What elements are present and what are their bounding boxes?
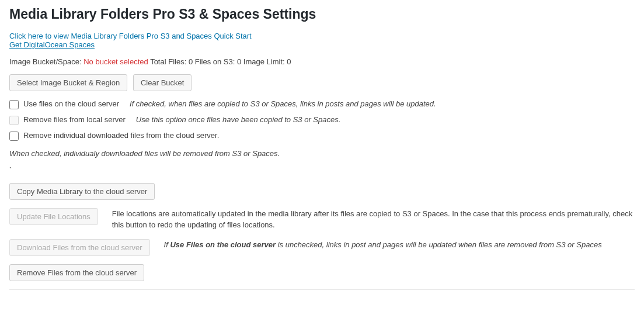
remove-local-row: Remove files from local server Use this … xyxy=(9,115,635,125)
bucket-buttons-row: Select Image Bucket & Region Clear Bucke… xyxy=(9,74,635,91)
bucket-label: Image Bucket/Space: xyxy=(9,57,83,66)
use-cloud-hint: If checked, when files are copied to S3 … xyxy=(130,99,436,108)
image-limit-value: 0 xyxy=(287,57,291,66)
total-files-label: Total Files: xyxy=(148,57,189,66)
copy-library-row: Copy Media Library to the cloud server xyxy=(9,183,635,200)
backtick-text: ` xyxy=(9,166,635,175)
download-files-row: Download Files from the cloud server If … xyxy=(9,239,635,256)
remove-local-checkbox xyxy=(9,116,19,125)
download-files-desc: If Use Files on the cloud server is unch… xyxy=(164,239,635,251)
update-locations-button: Update File Locations xyxy=(9,208,98,225)
remove-local-label: Remove files from local server xyxy=(23,115,126,124)
remove-files-row: Remove Files from the cloud server xyxy=(9,264,635,281)
quickstart-link[interactable]: Click here to view Media Library Folders… xyxy=(9,32,252,40)
digitalocean-link[interactable]: Get DigitalOcean Spaces xyxy=(9,40,95,49)
update-locations-row: Update File Locations File locations are… xyxy=(9,208,635,231)
no-bucket-text: No bucket selected xyxy=(83,57,148,66)
use-cloud-label: Use files on the cloud server xyxy=(23,99,119,108)
remove-individual-checkbox[interactable] xyxy=(9,132,19,141)
remove-files-button[interactable]: Remove Files from the cloud server xyxy=(9,264,144,281)
use-cloud-checkbox[interactable] xyxy=(9,100,19,109)
individual-check-note: When checked, individualy downloaded fil… xyxy=(9,149,635,158)
remove-individual-row: Remove individual downloaded files from … xyxy=(9,131,635,141)
download-suffix: is unchecked, links in post and pages wi… xyxy=(276,240,602,249)
download-files-button: Download Files from the cloud server xyxy=(9,239,150,256)
clear-bucket-button[interactable]: Clear Bucket xyxy=(133,74,192,91)
copy-library-button[interactable]: Copy Media Library to the cloud server xyxy=(9,183,155,200)
select-bucket-button[interactable]: Select Image Bucket & Region xyxy=(9,74,127,91)
remove-individual-label: Remove individual downloaded files from … xyxy=(23,131,219,140)
bottom-divider xyxy=(9,289,635,290)
image-limit-label: Image Limit: xyxy=(241,57,287,66)
files-on-s3-label: Files on S3: xyxy=(193,57,237,66)
page-title: Media Library Folders Pro S3 & Spaces Se… xyxy=(9,6,635,23)
download-prefix: If xyxy=(164,240,170,249)
remove-local-hint: Use this option once files have been cop… xyxy=(136,115,341,124)
help-links: Click here to view Media Library Folders… xyxy=(9,32,635,49)
download-bold: Use Files on the cloud server xyxy=(170,240,276,249)
update-locations-desc: File locations are automatically updated… xyxy=(112,208,635,231)
status-line: Image Bucket/Space: No bucket selected T… xyxy=(9,57,635,66)
use-cloud-row: Use files on the cloud server If checked… xyxy=(9,99,635,109)
